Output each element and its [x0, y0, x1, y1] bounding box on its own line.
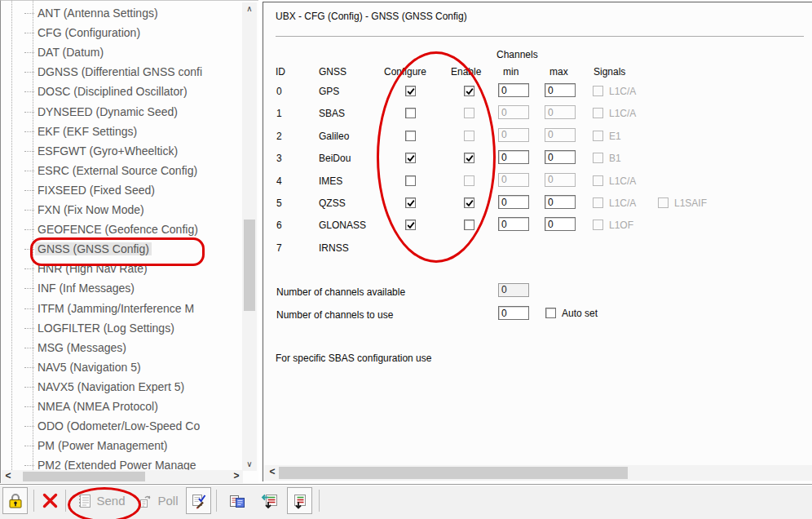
table-import-icon	[260, 492, 280, 510]
poll-button-label: Poll	[157, 494, 178, 508]
send-button[interactable]: Send	[73, 487, 129, 514]
tree-item-inf[interactable]: INF (Inf Messages)	[35, 278, 137, 298]
poll-icon	[138, 493, 154, 509]
min-channels-input-beidou[interactable]	[498, 150, 529, 164]
copy-messages-button[interactable]	[224, 487, 250, 514]
enable-checkbox-beidou[interactable]	[464, 153, 474, 163]
scroll-left-icon[interactable]: <	[266, 466, 279, 479]
tree-list: ANT (Antenna Settings)CFG (Configuration…	[1, 1, 239, 470]
gnss-row-name: QZSS	[319, 197, 346, 209]
tree-horizontal-scrollbar[interactable]: < >	[2, 470, 243, 483]
max-channels-input-gps[interactable]	[545, 83, 576, 97]
scroll-up-icon[interactable]: ∧	[242, 2, 257, 16]
tree-vscroll-thumb[interactable]	[244, 220, 255, 311]
message-toolbar: Send Poll	[0, 484, 812, 519]
tree-item-navx5[interactable]: NAVX5 (Navigation Expert 5)	[35, 377, 187, 397]
clear-button[interactable]	[38, 487, 61, 514]
signal-label: E1	[609, 131, 621, 142]
tree-item-dynseed[interactable]: DYNSEED (Dynamic Seed)	[35, 102, 180, 122]
tree-vertical-scrollbar[interactable]: ∧ ∨	[242, 2, 257, 471]
tree-item-pm2[interactable]: PM2 (Extended Power Manage	[35, 455, 199, 470]
col-header-id: ID	[276, 66, 285, 78]
tree-item-label: NMEA (NMEA Protocol)	[35, 400, 161, 413]
signal-checkbox-b1-beidou	[593, 153, 603, 163]
gnss-row-id: 1	[276, 108, 282, 119]
signal-label: L1C/A	[609, 175, 636, 187]
enable-checkbox-sbas	[464, 108, 474, 118]
min-channels-input-gps[interactable]	[498, 83, 529, 97]
tree-item-nmea[interactable]: NMEA (NMEA Protocol)	[35, 397, 161, 416]
tree-item-fixseed[interactable]: FIXSEED (Fixed Seed)	[35, 180, 157, 200]
tree-item-odo[interactable]: ODO (Odometer/Low-Speed Co	[35, 416, 202, 436]
enable-checkbox-qzss[interactable]	[464, 197, 474, 208]
channels-to-use-input[interactable]	[498, 306, 529, 320]
tree-item-dgnss[interactable]: DGNSS (Differential GNSS confi	[35, 62, 205, 82]
scroll-down-icon[interactable]: ∨	[242, 458, 257, 471]
col-header-min: min	[503, 66, 519, 78]
tree-item-ant[interactable]: ANT (Antenna Settings)	[35, 3, 161, 23]
tree-item-pm[interactable]: PM (Power Management)	[35, 436, 170, 455]
max-channels-input-galileo	[545, 128, 576, 142]
tree-item-label: DYNSEED (Dynamic Seed)	[35, 105, 180, 118]
tree-item-dosc[interactable]: DOSC (Disciplined Oscillator)	[35, 82, 190, 101]
tree-item-label: FIXSEED (Fixed Seed)	[35, 184, 157, 197]
max-channels-input-glonass[interactable]	[545, 217, 576, 231]
gnss-row-id: 0	[276, 86, 282, 97]
lock-icon	[7, 492, 24, 510]
channels-to-use-label: Number of channels to use	[276, 309, 393, 321]
scroll-right-icon[interactable]: >	[230, 470, 243, 483]
configure-checkbox-qzss[interactable]	[405, 197, 416, 208]
configure-checkbox-gps[interactable]	[405, 86, 416, 96]
poll-button[interactable]: Poll	[135, 487, 181, 514]
col-header-configure: Configure	[384, 66, 426, 78]
tree-item-fxn[interactable]: FXN (Fix Now Mode)	[35, 200, 147, 220]
tree-item-dat[interactable]: DAT (Datum)	[35, 42, 106, 62]
lock-button[interactable]	[2, 487, 28, 514]
tree-item-logfilter[interactable]: LOGFILTER (Log Settings)	[35, 318, 177, 338]
auto-set-checkbox[interactable]	[545, 308, 556, 318]
channels-available-label: Number of channels available	[276, 286, 405, 298]
configure-checkbox-sbas[interactable]	[405, 108, 416, 118]
min-channels-input-qzss[interactable]	[498, 195, 529, 209]
tree-item-label: ESFGWT (Gyro+Wheeltick)	[35, 144, 180, 157]
tree-item-ekf[interactable]: EKF (EKF Settings)	[35, 122, 139, 141]
toolbar-separator	[65, 490, 66, 512]
signal-label: L1C/A	[609, 86, 636, 97]
tree-item-esfgwt[interactable]: ESFGWT (Gyro+Wheeltick)	[35, 141, 180, 161]
enable-checkbox-gps[interactable]	[464, 86, 474, 96]
tree-item-cfg[interactable]: CFG (Configuration)	[35, 23, 143, 42]
gnss-row-id: 3	[276, 153, 282, 164]
max-channels-input-beidou[interactable]	[545, 150, 576, 164]
enable-checkbox-glonass[interactable]	[464, 220, 474, 230]
channels-available-value: 0	[498, 283, 529, 297]
copy-icon	[227, 492, 247, 510]
max-channels-input-sbas	[545, 105, 576, 119]
gnss-row-name: GPS	[319, 86, 339, 97]
configure-checkbox-galileo[interactable]	[405, 131, 416, 141]
tree-item-msg[interactable]: MSG (Messages)	[35, 338, 129, 357]
toolbar-separator	[33, 490, 34, 512]
tree-item-itfm[interactable]: ITFM (Jamming/Interference M	[35, 299, 196, 318]
max-channels-input-qzss[interactable]	[545, 195, 576, 209]
tree-item-esrc[interactable]: ESRC (External Source Config)	[35, 161, 200, 180]
import-table-button[interactable]	[257, 487, 283, 514]
configure-checkbox-imes[interactable]	[405, 175, 416, 186]
panel-horizontal-scrollbar[interactable]: <	[264, 465, 812, 481]
tree-item-label: LOGFILTER (Log Settings)	[35, 322, 177, 335]
scroll-left-icon[interactable]: <	[2, 470, 15, 483]
configure-checkbox-glonass[interactable]	[405, 220, 416, 230]
tree-item-gnss[interactable]: GNSS (GNSS Config)	[35, 239, 152, 259]
configure-checkbox-beidou[interactable]	[405, 153, 416, 163]
customize-messages-button[interactable]	[186, 487, 211, 514]
tree-item-label: CFG (Configuration)	[35, 26, 143, 39]
toggle-panel-button[interactable]	[287, 487, 312, 514]
panel-hscroll-thumb[interactable]	[279, 467, 628, 479]
tree-item-hnr[interactable]: HNR (High Nav Rate)	[35, 259, 150, 278]
tree-item-geofence[interactable]: GEOFENCE (Geofence Config)	[35, 220, 201, 239]
tree-hscroll-thumb[interactable]	[23, 472, 145, 481]
gnss-config-panel: UBX - CFG (Config) - GNSS (GNSS Config) …	[263, 2, 812, 481]
col-header-signals: Signals	[594, 66, 625, 78]
tree-item-nav5[interactable]: NAV5 (Navigation 5)	[35, 357, 143, 377]
toolbar-separator	[319, 490, 320, 512]
min-channels-input-glonass[interactable]	[498, 217, 529, 231]
